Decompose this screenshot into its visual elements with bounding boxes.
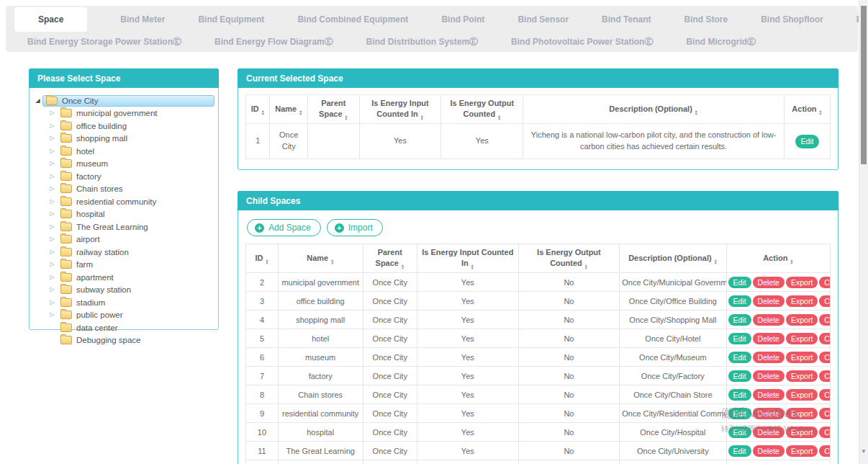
tree-expander-icon[interactable] bbox=[48, 300, 57, 305]
column-header[interactable]: Name bbox=[278, 244, 363, 273]
column-header[interactable]: Description (Optional) bbox=[523, 95, 785, 124]
sort-icon[interactable] bbox=[819, 110, 823, 115]
tree-node-content[interactable]: The Great Learning bbox=[57, 221, 214, 233]
tree-expander-icon[interactable] bbox=[48, 174, 57, 179]
tree-node-content[interactable]: factory bbox=[57, 171, 214, 182]
column-header[interactable]: Action bbox=[784, 95, 830, 124]
export-button[interactable]: Export bbox=[786, 333, 818, 344]
edit-button[interactable]: Edit bbox=[728, 352, 751, 363]
delete-button[interactable]: Delete bbox=[753, 408, 785, 419]
tree-node-content[interactable]: apartment bbox=[57, 272, 214, 283]
tree-expander-icon[interactable] bbox=[48, 148, 57, 154]
add-space-button[interactable]: Add Space bbox=[247, 219, 321, 236]
delete-button[interactable]: Delete bbox=[753, 389, 785, 401]
sort-icon[interactable] bbox=[471, 264, 474, 269]
tree-node-content[interactable]: subway station bbox=[57, 284, 214, 295]
edit-button[interactable]: Edit bbox=[728, 333, 751, 344]
scrollbar-thumb[interactable] bbox=[861, 6, 867, 164]
tree-expander-icon[interactable] bbox=[33, 98, 42, 104]
tree-node[interactable]: Debugging space bbox=[33, 334, 214, 347]
edit-button[interactable]: Edit bbox=[728, 408, 751, 419]
tab[interactable]: Bind Point bbox=[441, 14, 484, 24]
tab[interactable]: Bind MicrogridⒺ bbox=[686, 36, 756, 48]
tree-node[interactable]: factory bbox=[33, 170, 214, 183]
export-button[interactable]: Export bbox=[786, 427, 818, 438]
tree-node[interactable]: hotel bbox=[33, 145, 214, 158]
delete-button[interactable]: Delete bbox=[753, 427, 785, 438]
edit-button[interactable]: Edit bbox=[728, 277, 751, 288]
tree-node[interactable]: office building bbox=[33, 120, 214, 133]
tree-node[interactable]: stadium bbox=[33, 296, 214, 309]
tree-node[interactable]: The Great Learning bbox=[33, 220, 214, 233]
edit-button[interactable]: Edit bbox=[728, 445, 751, 457]
tree-node-content[interactable]: museum bbox=[57, 158, 214, 169]
clone-button[interactable]: Clone bbox=[819, 370, 830, 382]
delete-button[interactable]: Delete bbox=[753, 370, 785, 382]
tab[interactable]: Bind Photovoltaic Power StationⒺ bbox=[511, 36, 653, 48]
tree-node[interactable]: airport bbox=[33, 233, 214, 246]
delete-button[interactable]: Delete bbox=[753, 445, 785, 457]
tree-expander-icon[interactable] bbox=[48, 275, 57, 280]
tree-node-content[interactable]: stadium bbox=[57, 297, 214, 308]
tab[interactable]: Bind Store bbox=[684, 14, 728, 24]
tree-expander-icon[interactable] bbox=[48, 262, 57, 267]
tree-node[interactable]: data center bbox=[33, 321, 214, 334]
export-button[interactable]: Export bbox=[786, 408, 818, 419]
edit-button[interactable]: Edit bbox=[728, 427, 751, 438]
clone-button[interactable]: Clone bbox=[819, 427, 830, 438]
export-button[interactable]: Export bbox=[786, 445, 818, 457]
clone-button[interactable]: Clone bbox=[819, 389, 830, 401]
edit-button[interactable]: Edit bbox=[728, 370, 751, 382]
tab[interactable]: Bind Combined Equipment bbox=[297, 14, 408, 24]
tree-expander-icon[interactable] bbox=[48, 161, 57, 166]
tree-node-content[interactable]: municipal government bbox=[57, 107, 214, 119]
column-header[interactable]: Is Energy Input Counted In bbox=[417, 244, 519, 273]
column-header[interactable]: Action bbox=[726, 244, 831, 273]
export-button[interactable]: Export bbox=[786, 277, 818, 288]
tree-node-content[interactable]: residential community bbox=[57, 196, 214, 208]
column-header[interactable]: Parent Space bbox=[307, 95, 359, 124]
tree-node-content[interactable]: shopping mall bbox=[57, 133, 214, 144]
column-header[interactable]: Description (Optional) bbox=[620, 244, 726, 273]
export-button[interactable]: Export bbox=[786, 370, 818, 382]
tree-expander-icon[interactable] bbox=[48, 199, 57, 205]
delete-button[interactable]: Delete bbox=[753, 314, 785, 326]
tab[interactable]: Bind Energy Flow DiagramⒺ bbox=[214, 36, 333, 48]
clone-button[interactable]: Clone bbox=[819, 333, 830, 344]
column-header[interactable]: ID bbox=[246, 95, 270, 124]
tree-node-content[interactable]: data center bbox=[57, 322, 214, 334]
column-header[interactable]: ID bbox=[246, 244, 279, 273]
clone-button[interactable]: Clone bbox=[819, 277, 830, 288]
export-button[interactable]: Export bbox=[786, 352, 818, 363]
edit-button[interactable]: Edit bbox=[728, 314, 751, 326]
tree-expander-icon[interactable] bbox=[48, 224, 57, 230]
tree-node-content[interactable]: railway station bbox=[57, 246, 214, 258]
vertical-scrollbar[interactable]: ▼ bbox=[859, 0, 868, 464]
delete-button[interactable]: Delete bbox=[753, 295, 785, 307]
tree-node[interactable]: apartment bbox=[33, 271, 214, 284]
tree-expander-icon[interactable] bbox=[48, 236, 57, 242]
sort-icon[interactable] bbox=[790, 259, 793, 264]
tree-node[interactable]: farm bbox=[33, 259, 214, 272]
export-button[interactable]: Export bbox=[786, 295, 818, 307]
tab[interactable]: Bind Meter bbox=[120, 14, 165, 24]
tree-node[interactable]: municipal government bbox=[33, 107, 214, 120]
clone-button[interactable]: Clone bbox=[819, 352, 830, 363]
import-button[interactable]: Import bbox=[327, 219, 383, 236]
tab[interactable]: Space bbox=[14, 7, 87, 32]
tree-node[interactable]: public power bbox=[33, 309, 214, 322]
sort-icon[interactable] bbox=[401, 264, 404, 269]
clone-button[interactable]: Clone bbox=[819, 314, 830, 326]
tree-expander-icon[interactable] bbox=[48, 312, 57, 318]
tab[interactable]: Bind Sensor bbox=[517, 14, 569, 24]
tree-node-content[interactable]: hotel bbox=[57, 146, 214, 157]
delete-button[interactable]: Delete bbox=[753, 277, 785, 288]
tree-node-content[interactable]: Chain stores bbox=[57, 183, 214, 195]
edit-button[interactable]: Edit bbox=[728, 389, 751, 401]
tree-node-content[interactable]: Once City bbox=[42, 95, 214, 107]
tree-expander-icon[interactable] bbox=[48, 123, 57, 129]
tree-node[interactable]: hospital bbox=[33, 208, 214, 221]
tree-expander-icon[interactable] bbox=[48, 186, 57, 192]
tree-node[interactable]: railway station bbox=[33, 246, 214, 259]
sort-icon[interactable] bbox=[420, 115, 424, 120]
